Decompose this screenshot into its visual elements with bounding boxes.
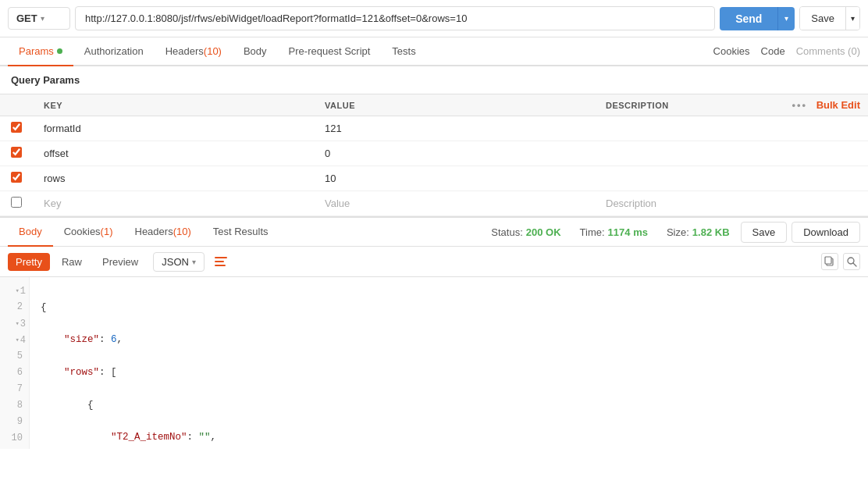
- col-value-header: VALUE: [314, 94, 595, 116]
- row1-desc[interactable]: [595, 116, 774, 141]
- status-label: Status:: [491, 226, 522, 238]
- response-tab-cookies[interactable]: Cookies(1): [53, 218, 124, 247]
- json-selector[interactable]: JSON ▾: [153, 252, 205, 272]
- tab-authorization[interactable]: Authorization: [73, 37, 155, 66]
- fold-icon-4[interactable]: ▾: [15, 335, 19, 347]
- response-tab-headers[interactable]: Headers(10): [124, 218, 202, 247]
- ln-6: 6: [17, 367, 23, 378]
- placeholder-checkbox[interactable]: [11, 197, 22, 208]
- row3-value[interactable]: 10: [314, 166, 595, 191]
- save-dropdown-button[interactable]: ▾: [845, 7, 859, 30]
- row2-desc[interactable]: [595, 141, 774, 166]
- svg-rect-0: [215, 257, 227, 258]
- params-dot: [57, 48, 62, 54]
- col-key-header: KEY: [33, 94, 314, 116]
- line-numbers: ▾1 2 ▾3 ▾4 5 6 7 8 9 10 11 12 13 14 ▾15 …: [0, 277, 30, 449]
- placeholder-actions: [774, 191, 868, 216]
- code-content: { "size": 6, "rows": [ { "T2_A_itemNo": …: [30, 277, 868, 449]
- time-label: Time:: [580, 226, 605, 238]
- cookies-link[interactable]: Cookies: [713, 45, 750, 57]
- save-button[interactable]: Save: [800, 7, 845, 30]
- method-chevron-icon: ▾: [41, 14, 44, 23]
- ln-1: 1: [20, 284, 26, 300]
- save-response-button[interactable]: Save: [741, 222, 788, 243]
- copy-icon[interactable]: [821, 253, 838, 270]
- ln-2: 2: [17, 301, 23, 312]
- col-checkbox: [0, 94, 33, 116]
- status-code: 200 OK: [526, 226, 561, 238]
- url-input[interactable]: [75, 6, 715, 30]
- row3-checkbox-cell: [0, 166, 33, 191]
- search-svg: [846, 256, 857, 267]
- cookies-count: (1): [101, 226, 113, 237]
- code-line-5: "T2_A_itemNo": "",: [41, 429, 857, 446]
- ln-3: 3: [20, 317, 26, 333]
- format-bar: Pretty Raw Preview JSON ▾: [0, 247, 868, 277]
- row3-desc[interactable]: [595, 166, 774, 191]
- send-dropdown-button[interactable]: ▾: [777, 7, 795, 30]
- preview-button[interactable]: Preview: [94, 252, 147, 272]
- response-bar: Body Cookies(1) Headers(10) Test Results…: [0, 216, 868, 247]
- send-button[interactable]: Send: [720, 7, 777, 30]
- placeholder-checkbox-cell: [0, 191, 33, 216]
- size-value: 1.82 KB: [692, 226, 730, 238]
- fold-icon-1[interactable]: ▾: [15, 286, 19, 297]
- row1-checkbox-cell: [0, 116, 33, 141]
- beautify-icon: [214, 255, 228, 269]
- raw-button[interactable]: Raw: [53, 252, 91, 272]
- pretty-button[interactable]: Pretty: [8, 253, 50, 271]
- row1-checkbox[interactable]: [11, 122, 22, 133]
- tab-body[interactable]: Body: [233, 37, 278, 66]
- response-tab-test-results[interactable]: Test Results: [202, 218, 279, 247]
- row3-key[interactable]: rows: [33, 166, 314, 191]
- row1-actions: [774, 116, 868, 141]
- tab-params[interactable]: Params: [8, 37, 73, 66]
- table-row: rows 10: [0, 166, 868, 191]
- placeholder-value[interactable]: Value: [314, 191, 595, 216]
- method-selector[interactable]: GET ▾: [8, 7, 70, 30]
- svg-line-6: [853, 263, 856, 266]
- fold-icon-3[interactable]: ▾: [15, 319, 19, 330]
- table-row-placeholder: Key Value Description: [0, 191, 868, 216]
- row1-value[interactable]: 121: [314, 116, 595, 141]
- placeholder-key[interactable]: Key: [33, 191, 314, 216]
- comments-link[interactable]: Comments (0): [796, 45, 860, 57]
- response-status-info: Status: 200 OK Time: 1174 ms Size: 1.82 …: [491, 226, 729, 238]
- response-actions: Save Download: [741, 222, 860, 243]
- bulk-edit-button[interactable]: Bulk Edit: [816, 99, 860, 111]
- row2-key[interactable]: offset: [33, 141, 314, 166]
- send-button-group: Send ▾: [720, 7, 795, 30]
- row2-checkbox-cell: [0, 141, 33, 166]
- dots-menu-icon[interactable]: •••: [792, 99, 807, 111]
- copy-svg: [824, 256, 835, 267]
- placeholder-desc[interactable]: Description: [595, 191, 774, 216]
- table-row: formatId 121: [0, 116, 868, 141]
- ln-10: 10: [12, 433, 23, 443]
- row2-checkbox[interactable]: [11, 147, 22, 158]
- format-special-icon[interactable]: [211, 251, 231, 272]
- code-line-3: "rows": [: [41, 365, 857, 381]
- save-button-group: Save ▾: [799, 6, 860, 30]
- tab-headers[interactable]: Headers(10): [155, 37, 233, 66]
- tabs-right-actions: Cookies Code Comments (0): [713, 45, 860, 57]
- code-link[interactable]: Code: [761, 45, 785, 57]
- resp-headers-count: (10): [173, 226, 191, 237]
- section-label: Query Params: [0, 66, 868, 94]
- tab-pre-request[interactable]: Pre-request Script: [278, 37, 382, 66]
- headers-count: (10): [204, 45, 222, 57]
- download-button[interactable]: Download: [792, 222, 860, 243]
- row1-key[interactable]: formatId: [33, 116, 314, 141]
- row2-value[interactable]: 0: [314, 141, 595, 166]
- row2-actions: [774, 141, 868, 166]
- tab-tests[interactable]: Tests: [381, 37, 426, 66]
- search-icon[interactable]: [843, 253, 860, 270]
- query-params-section: Query Params KEY VALUE DESCRIPTION ••• B…: [0, 66, 868, 216]
- ln-7: 7: [17, 383, 23, 394]
- row3-checkbox[interactable]: [11, 172, 22, 183]
- svg-rect-1: [215, 261, 224, 262]
- code-line-4: {: [41, 397, 857, 414]
- table-row: offset 0: [0, 141, 868, 166]
- response-tab-body[interactable]: Body: [8, 218, 53, 247]
- code-area: ▾1 2 ▾3 ▾4 5 6 7 8 9 10 11 12 13 14 ▾15 …: [0, 277, 868, 449]
- col-actions-header: ••• Bulk Edit: [774, 94, 868, 116]
